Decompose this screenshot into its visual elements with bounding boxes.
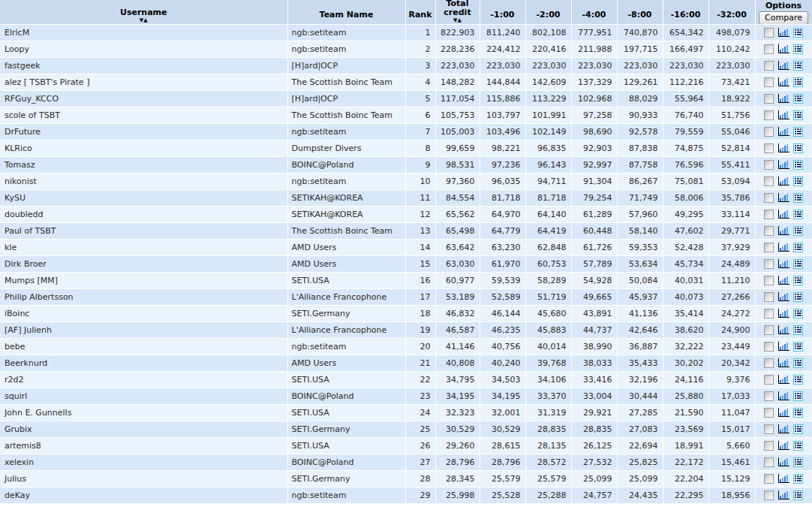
bar-chart-icon[interactable]	[777, 292, 789, 302]
stats-detail-icon[interactable]	[793, 210, 803, 219]
compare-checkbox[interactable]	[764, 358, 774, 368]
stats-detail-icon[interactable]	[793, 424, 803, 434]
bar-chart-icon[interactable]	[777, 391, 789, 401]
bar-chart-icon[interactable]	[777, 44, 789, 54]
stats-detail-icon[interactable]	[793, 94, 803, 104]
stats-detail-icon[interactable]	[793, 342, 803, 352]
column-header-rank[interactable]: Rank	[405, 0, 435, 25]
sort-arrows-icon[interactable]: ▼▲	[453, 18, 462, 23]
compare-checkbox[interactable]	[764, 177, 774, 186]
sort-arrows-icon[interactable]: ▼▲	[140, 18, 148, 23]
compare-checkbox[interactable]	[764, 276, 774, 285]
compare-checkbox[interactable]	[764, 243, 774, 252]
column-header-minus-16h[interactable]: -16:00	[663, 0, 708, 25]
compare-checkbox[interactable]	[764, 325, 774, 335]
stats-detail-icon[interactable]	[793, 143, 803, 153]
bar-chart-icon[interactable]	[777, 127, 789, 137]
stats-detail-icon[interactable]	[793, 292, 803, 302]
compare-checkbox[interactable]	[764, 127, 774, 137]
stats-detail-icon[interactable]	[793, 391, 803, 401]
bar-chart-icon[interactable]	[777, 110, 789, 120]
bar-chart-icon[interactable]	[777, 210, 789, 219]
stats-detail-icon[interactable]	[793, 408, 803, 418]
compare-checkbox[interactable]	[764, 28, 774, 38]
stats-detail-icon[interactable]	[793, 457, 803, 467]
bar-chart-icon[interactable]	[777, 276, 789, 285]
bar-chart-icon[interactable]	[777, 77, 789, 87]
compare-checkbox[interactable]	[764, 441, 774, 451]
compare-checkbox[interactable]	[764, 61, 774, 71]
stats-detail-icon[interactable]	[793, 309, 803, 318]
stats-detail-icon[interactable]	[793, 474, 803, 484]
column-header-total-credit[interactable]: Total credit ▼▲	[435, 0, 480, 25]
bar-chart-icon[interactable]	[777, 243, 789, 252]
stats-detail-icon[interactable]	[793, 193, 803, 203]
compare-checkbox[interactable]	[764, 474, 774, 484]
compare-button[interactable]: Compare	[759, 11, 808, 25]
bar-chart-icon[interactable]	[777, 160, 789, 170]
stats-detail-icon[interactable]	[793, 375, 803, 385]
compare-checkbox[interactable]	[764, 457, 774, 467]
compare-checkbox[interactable]	[764, 408, 774, 418]
compare-checkbox[interactable]	[764, 94, 774, 104]
stats-detail-icon[interactable]	[793, 490, 803, 500]
bar-chart-icon[interactable]	[777, 226, 789, 236]
bar-chart-icon[interactable]	[777, 342, 789, 352]
bar-chart-icon[interactable]	[777, 94, 789, 104]
bar-chart-icon[interactable]	[777, 375, 789, 385]
compare-checkbox[interactable]	[764, 193, 774, 203]
compare-checkbox[interactable]	[764, 375, 774, 385]
compare-checkbox[interactable]	[764, 490, 774, 500]
bar-chart-icon[interactable]	[777, 309, 789, 318]
bar-chart-icon[interactable]	[777, 424, 789, 434]
bar-chart-icon[interactable]	[777, 408, 789, 418]
stats-detail-icon[interactable]	[793, 325, 803, 335]
compare-checkbox[interactable]	[764, 77, 774, 87]
column-header-minus-2h[interactable]: -2:00	[525, 0, 571, 25]
bar-chart-icon[interactable]	[777, 259, 789, 269]
compare-checkbox[interactable]	[764, 226, 774, 236]
stats-detail-icon[interactable]	[793, 160, 803, 170]
stats-detail-icon[interactable]	[793, 110, 803, 120]
stats-detail-icon[interactable]	[793, 226, 803, 236]
stats-detail-icon[interactable]	[793, 44, 803, 54]
stats-detail-icon[interactable]	[793, 358, 803, 368]
compare-checkbox[interactable]	[764, 424, 774, 434]
stats-detail-icon[interactable]	[793, 177, 803, 186]
compare-checkbox[interactable]	[764, 143, 774, 153]
stats-detail-icon[interactable]	[793, 276, 803, 285]
column-header-minus-8h[interactable]: -8:00	[617, 0, 663, 25]
bar-chart-icon[interactable]	[777, 28, 789, 38]
stats-detail-icon[interactable]	[793, 61, 803, 71]
stats-detail-icon[interactable]	[793, 77, 803, 87]
bar-chart-icon[interactable]	[777, 143, 789, 153]
compare-checkbox[interactable]	[764, 342, 774, 352]
compare-checkbox[interactable]	[764, 44, 774, 54]
bar-chart-icon[interactable]	[777, 490, 789, 500]
compare-checkbox[interactable]	[764, 309, 774, 318]
stats-detail-icon[interactable]	[793, 28, 803, 38]
column-header-minus-4h[interactable]: -4:00	[571, 0, 617, 25]
bar-chart-icon[interactable]	[777, 457, 789, 467]
bar-chart-icon[interactable]	[777, 358, 789, 368]
bar-chart-icon[interactable]	[777, 441, 789, 451]
compare-checkbox[interactable]	[764, 160, 774, 170]
compare-checkbox[interactable]	[764, 391, 774, 401]
bar-chart-icon[interactable]	[777, 193, 789, 203]
bar-chart-icon[interactable]	[777, 177, 789, 186]
bar-chart-icon[interactable]	[777, 61, 789, 71]
stats-detail-icon[interactable]	[793, 127, 803, 137]
column-header-minus-32h[interactable]: -32:00	[708, 0, 755, 25]
compare-checkbox[interactable]	[764, 110, 774, 120]
compare-checkbox[interactable]	[764, 292, 774, 302]
bar-chart-icon[interactable]	[777, 325, 789, 335]
column-header-team-name[interactable]: Team Name	[287, 0, 405, 25]
compare-checkbox[interactable]	[764, 210, 774, 219]
stats-detail-icon[interactable]	[793, 441, 803, 451]
column-header-username[interactable]: Username ▼▲	[0, 0, 287, 25]
column-header-minus-1h[interactable]: -1:00	[480, 0, 525, 25]
bar-chart-icon[interactable]	[777, 474, 789, 484]
stats-detail-icon[interactable]	[793, 259, 803, 269]
compare-checkbox[interactable]	[764, 259, 774, 269]
stats-detail-icon[interactable]	[793, 243, 803, 252]
